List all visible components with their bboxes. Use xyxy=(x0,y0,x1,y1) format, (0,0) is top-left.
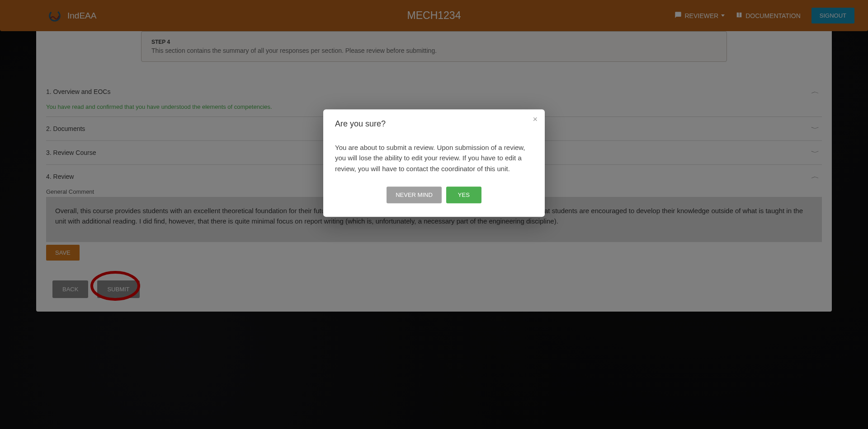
modal-body: You are about to submit a review. Upon s… xyxy=(335,142,533,174)
confirm-modal: × Are you sure? You are about to submit … xyxy=(323,109,545,217)
modal-actions: NEVER MIND YES xyxy=(335,187,533,203)
never-mind-button[interactable]: NEVER MIND xyxy=(387,187,442,203)
close-icon[interactable]: × xyxy=(533,115,538,124)
yes-button[interactable]: YES xyxy=(446,187,481,203)
modal-title: Are you sure? xyxy=(335,119,533,129)
